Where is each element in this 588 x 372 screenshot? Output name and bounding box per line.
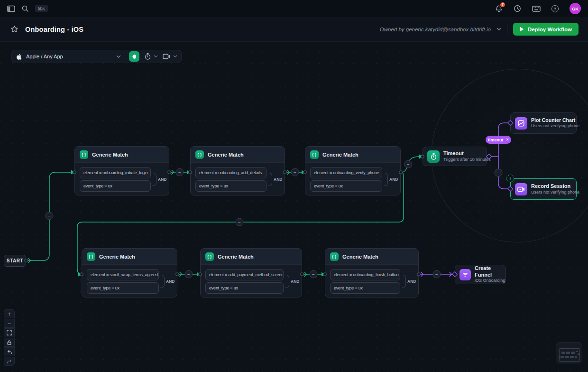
page-title: Onboarding - iOS bbox=[25, 26, 83, 33]
condition-pill[interactable]: event_type = ux bbox=[205, 282, 284, 294]
top-bar-left: ⌘K bbox=[0, 5, 48, 12]
and-operator: AND bbox=[402, 275, 415, 288]
condition-pill[interactable]: event_type = ux bbox=[310, 180, 382, 192]
and-bracket bbox=[268, 173, 272, 186]
node-subtitle: Triggers after 10 minutes bbox=[443, 157, 491, 163]
minimap-node bbox=[576, 351, 578, 352]
owner-chevron-down-icon[interactable] bbox=[496, 28, 501, 31]
edge-remove-button[interactable]: − bbox=[495, 169, 503, 177]
keyboard-shortcuts-icon[interactable] bbox=[532, 6, 541, 12]
condition-pill[interactable]: event_type = ux bbox=[195, 180, 266, 192]
edge-remove-button[interactable]: − bbox=[310, 270, 318, 279]
condition-pill[interactable]: element = onboarding_add_details bbox=[195, 167, 266, 178]
timeout-tool-button[interactable] bbox=[144, 53, 151, 60]
top-bar-right: 7 ? GK bbox=[495, 3, 588, 14]
timeout-edge-label: timeout bbox=[488, 138, 504, 142]
edge-remove-button[interactable]: − bbox=[46, 212, 54, 220]
and-operator: AND bbox=[268, 173, 281, 186]
lock-interactivity-button[interactable] bbox=[4, 338, 15, 347]
condition-pill[interactable]: event_type = ux bbox=[330, 282, 400, 294]
redo-icon bbox=[7, 359, 12, 364]
node-subtitle: iOS Onboarding bbox=[475, 278, 505, 284]
braces-icon: { } bbox=[205, 252, 214, 261]
edge-remove-button[interactable]: − bbox=[185, 270, 193, 279]
and-label: AND bbox=[166, 279, 175, 284]
plot-counter-chart-node[interactable]: Plot Counter Chart Users not verifying p… bbox=[510, 112, 577, 134]
undo-button[interactable] bbox=[4, 347, 15, 356]
hand-grab-icon bbox=[131, 54, 137, 59]
generic-match-node-5[interactable]: { } Generic Match element = add_payment_… bbox=[200, 248, 302, 298]
app-selector-chevron-icon bbox=[116, 55, 121, 58]
and-bracket bbox=[285, 275, 289, 288]
and-label: AND bbox=[274, 177, 282, 182]
fit-view-button[interactable] bbox=[4, 328, 15, 337]
and-label: AND bbox=[389, 177, 398, 182]
user-avatar[interactable]: GK bbox=[570, 3, 581, 14]
minimap-node bbox=[565, 356, 569, 358]
generic-match-node-6[interactable]: { } Generic Match element = onboarding_f… bbox=[325, 248, 419, 298]
generic-match-node-1[interactable]: { } Generic Match element = onboarding_i… bbox=[74, 146, 169, 195]
condition-pill[interactable]: event_type = ux bbox=[87, 282, 159, 294]
header-divider bbox=[507, 25, 507, 34]
minimap-node bbox=[561, 352, 565, 354]
fit-view-icon bbox=[7, 330, 12, 335]
node-title: Record Session bbox=[531, 183, 579, 190]
node-subtitle: Users not verifying phone bbox=[531, 190, 579, 195]
condition-pill[interactable]: element = add_payment_method_screen bbox=[205, 269, 284, 280]
create-funnel-node[interactable]: Create Funnel iOS Onboarding bbox=[455, 265, 506, 284]
generic-match-node-4[interactable]: { } Generic Match element = scroll_wrap_… bbox=[82, 248, 177, 298]
node-header: { } Generic Match bbox=[201, 249, 302, 265]
video-camera-icon bbox=[163, 54, 171, 59]
condition-pill[interactable]: element = onboarding_verify_phone bbox=[310, 167, 382, 178]
search-shortcut-badge[interactable]: ⌘K bbox=[35, 5, 48, 12]
search-icon[interactable] bbox=[21, 5, 29, 12]
and-label: AND bbox=[291, 279, 299, 284]
braces-icon: { } bbox=[310, 150, 319, 159]
record-tool-button[interactable] bbox=[163, 54, 171, 59]
app-selector-dropdown[interactable]: Apple / Any App bbox=[16, 50, 121, 63]
timeout-edge-chip[interactable]: timeout × bbox=[486, 136, 511, 144]
stopwatch-icon bbox=[144, 53, 151, 60]
deploy-workflow-button[interactable]: Deploy Workflow bbox=[513, 23, 579, 36]
condition-pill[interactable]: element = scroll_wrap_terms_agreed bbox=[87, 269, 159, 280]
canvas-toolbar: Apple / Any App bbox=[11, 50, 182, 63]
zoom-in-button[interactable]: + bbox=[4, 309, 15, 318]
timeout-node[interactable]: Timeout Triggers after 10 minutes bbox=[423, 147, 487, 166]
and-label: AND bbox=[407, 279, 416, 284]
record-session-node[interactable]: Record Session Users not verifying phone bbox=[510, 178, 577, 200]
condition-pill[interactable]: element = onboarding_initiate_login bbox=[80, 167, 151, 178]
condition-pill[interactable]: event_type = ux bbox=[80, 180, 151, 192]
generic-match-node-3[interactable]: { } Generic Match element = onboarding_v… bbox=[305, 146, 401, 195]
canvas-controls: + − bbox=[4, 309, 15, 366]
workflow-header: Onboarding - iOS Owned by generic.katydi… bbox=[0, 17, 588, 42]
edge-remove-button[interactable]: − bbox=[433, 270, 441, 279]
edge-remove-button[interactable]: − bbox=[404, 160, 413, 168]
help-icon[interactable]: ? bbox=[551, 5, 559, 12]
zoom-out-button[interactable]: − bbox=[4, 319, 15, 328]
edge-remove-button[interactable]: − bbox=[176, 168, 184, 177]
video-camera-icon bbox=[515, 183, 527, 195]
node-text: Create Funnel iOS Onboarding bbox=[475, 265, 505, 284]
grab-tool-button[interactable] bbox=[129, 51, 139, 62]
start-node[interactable]: START bbox=[4, 255, 26, 267]
sidebar-toggle-icon[interactable] bbox=[7, 5, 15, 12]
redo-button[interactable] bbox=[4, 357, 15, 366]
record-node-menu-button[interactable]: ⋮ bbox=[506, 175, 514, 182]
record-tool-chevron-icon[interactable] bbox=[173, 55, 177, 58]
minimap-node bbox=[560, 356, 564, 358]
minimap[interactable] bbox=[556, 342, 582, 363]
timeout-tool-chevron-icon[interactable] bbox=[154, 55, 158, 58]
app-selector-label: Apple / Any App bbox=[26, 54, 112, 59]
generic-match-node-2[interactable]: { } Generic Match element = onboarding_a… bbox=[190, 146, 285, 195]
edge-remove-button[interactable]: − bbox=[236, 218, 244, 226]
and-bracket bbox=[160, 275, 165, 288]
braces-icon: { } bbox=[330, 252, 339, 261]
edge-remove-button[interactable]: − bbox=[291, 168, 299, 177]
notifications-bell-icon[interactable]: 7 bbox=[495, 5, 503, 13]
node-header: { } Generic Match bbox=[82, 249, 177, 265]
timeout-chip-close-icon[interactable]: × bbox=[506, 138, 509, 142]
minimap-node bbox=[559, 356, 560, 358]
favorite-star-icon[interactable] bbox=[10, 25, 18, 33]
condition-pill[interactable]: element = onboarding_finish_button bbox=[330, 269, 400, 280]
history-clock-icon[interactable] bbox=[514, 5, 521, 12]
